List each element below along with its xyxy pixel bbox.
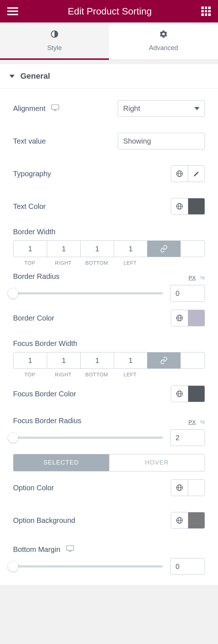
sub-bottom: BOTTOM bbox=[80, 260, 113, 266]
responsive-icon[interactable] bbox=[66, 545, 74, 554]
focus-border-radius-slider[interactable] bbox=[13, 437, 163, 439]
gear-icon bbox=[109, 30, 218, 41]
link-values-button[interactable] bbox=[147, 352, 181, 368]
text-value-input[interactable] bbox=[118, 133, 205, 149]
bw-bottom[interactable] bbox=[80, 241, 114, 257]
link-values-button[interactable] bbox=[147, 241, 181, 257]
typography-controls bbox=[171, 165, 205, 182]
sub-left: LEFT bbox=[113, 372, 147, 377]
chevron-down-icon bbox=[9, 75, 15, 78]
apps-icon[interactable] bbox=[201, 7, 211, 16]
bottom-margin-slider[interactable] bbox=[13, 565, 163, 567]
fbw-top[interactable] bbox=[13, 352, 47, 368]
row-text-value: Text value bbox=[13, 125, 205, 157]
unit-switcher: PX % bbox=[189, 419, 205, 425]
slider-handle[interactable] bbox=[8, 288, 18, 298]
section-title: General bbox=[20, 71, 50, 81]
focus-border-color-controls bbox=[171, 385, 205, 402]
label-text: Alignment bbox=[13, 104, 45, 113]
row-option-color: Option Color bbox=[13, 471, 205, 504]
menu-icon[interactable] bbox=[7, 7, 18, 15]
slider-handle[interactable] bbox=[8, 561, 18, 571]
sub-top: TOP bbox=[13, 260, 47, 266]
alignment-select[interactable]: Right bbox=[118, 100, 205, 117]
label-alignment: Alignment bbox=[13, 104, 59, 113]
unit-switcher: PX % bbox=[189, 274, 205, 281]
state-selected[interactable]: SELECTED bbox=[13, 454, 109, 471]
sub-right: RIGHT bbox=[47, 372, 80, 377]
label-text-color: Text Color bbox=[13, 202, 46, 211]
half-circle-icon bbox=[0, 30, 109, 41]
slider-handle[interactable] bbox=[8, 433, 18, 443]
unit-px[interactable]: PX bbox=[189, 419, 196, 425]
bw-left[interactable] bbox=[114, 241, 147, 257]
border-color-swatch[interactable] bbox=[188, 310, 205, 326]
global-color-button[interactable] bbox=[171, 512, 188, 528]
tab-advanced[interactable]: Advanced bbox=[109, 22, 218, 59]
row-alignment: Alignment Right bbox=[13, 92, 205, 125]
svg-rect-22 bbox=[66, 546, 74, 550]
label-option-background: Option Background bbox=[13, 516, 75, 525]
edit-typography-button[interactable] bbox=[188, 166, 205, 182]
option-bg-swatch[interactable] bbox=[188, 512, 205, 528]
label-bottom-margin: Bottom Margin bbox=[13, 545, 60, 554]
unit-pct[interactable]: % bbox=[200, 419, 205, 425]
row-text-color: Text Color bbox=[13, 190, 205, 223]
state-tabs: SELECTED HOVER bbox=[13, 454, 205, 471]
label-text-value: Text value bbox=[13, 137, 46, 145]
sub-left: LEFT bbox=[113, 260, 147, 266]
unit-pct[interactable]: % bbox=[200, 274, 205, 281]
border-width-inputs bbox=[13, 240, 205, 257]
text-color-swatch[interactable] bbox=[188, 198, 205, 214]
global-color-button[interactable] bbox=[171, 198, 188, 214]
sub-bottom: BOTTOM bbox=[80, 372, 113, 377]
fbw-right[interactable] bbox=[47, 352, 80, 368]
unit-px[interactable]: PX bbox=[189, 274, 196, 281]
select-value: Right bbox=[123, 104, 140, 113]
bw-right[interactable] bbox=[47, 241, 80, 257]
focus-border-radius-input[interactable] bbox=[170, 429, 205, 446]
label-option-color: Option Color bbox=[13, 484, 54, 492]
responsive-icon[interactable] bbox=[51, 104, 59, 113]
border-radius-slider[interactable] bbox=[13, 292, 163, 294]
row-focus-border-color: Focus Border Color bbox=[13, 377, 205, 410]
chevron-down-icon bbox=[194, 107, 199, 110]
focus-border-width-inputs bbox=[13, 352, 205, 369]
section-general-toggle[interactable]: General bbox=[0, 64, 218, 88]
label-focus-border-radius: Focus Border Radius bbox=[13, 417, 81, 425]
bottom-margin-block: Bottom Margin bbox=[13, 542, 205, 575]
style-panel: General Alignment Right Text value Typog… bbox=[0, 64, 218, 585]
label-focus-border-width: Focus Border Width bbox=[13, 339, 205, 348]
sub-right: RIGHT bbox=[47, 260, 80, 266]
tab-label: Advanced bbox=[149, 44, 178, 51]
fbw-bottom[interactable] bbox=[80, 352, 114, 368]
bottom-margin-input[interactable] bbox=[170, 558, 205, 575]
global-color-button[interactable] bbox=[171, 310, 188, 326]
sub-top: TOP bbox=[13, 372, 47, 377]
global-typography-button[interactable] bbox=[171, 166, 188, 182]
label-typography: Typography bbox=[13, 170, 51, 178]
tab-style[interactable]: Style bbox=[0, 22, 109, 60]
border-radius-block: Border Radius PX % bbox=[13, 272, 205, 302]
label-border-radius: Border Radius bbox=[13, 272, 60, 281]
global-color-button[interactable] bbox=[171, 386, 188, 402]
border-color-controls bbox=[171, 310, 205, 326]
tab-label: Style bbox=[47, 44, 62, 51]
bw-top[interactable] bbox=[13, 241, 47, 257]
fbw-left[interactable] bbox=[114, 352, 147, 368]
panel-tabs: Style Advanced bbox=[0, 22, 218, 60]
text-color-controls bbox=[171, 198, 205, 215]
row-border-color: Border Color bbox=[13, 302, 205, 334]
option-color-swatch[interactable] bbox=[188, 480, 205, 496]
label-border-width: Border Width bbox=[13, 228, 205, 236]
focus-border-width-block: Focus Border Width TOP RIGHT BOTTOM LEFT bbox=[13, 339, 205, 377]
dim-sublabels: TOP RIGHT BOTTOM LEFT bbox=[13, 260, 205, 266]
border-width-block: Border Width TOP RIGHT BOTTOM LEFT bbox=[13, 228, 205, 266]
border-radius-input[interactable] bbox=[170, 285, 205, 302]
state-hover[interactable]: HOVER bbox=[109, 454, 205, 471]
label-border-color: Border Color bbox=[13, 314, 54, 322]
dim-sublabels: TOP RIGHT BOTTOM LEFT bbox=[13, 372, 205, 377]
global-color-button[interactable] bbox=[171, 480, 188, 496]
focus-border-color-swatch[interactable] bbox=[188, 386, 205, 402]
svg-rect-1 bbox=[52, 104, 59, 109]
